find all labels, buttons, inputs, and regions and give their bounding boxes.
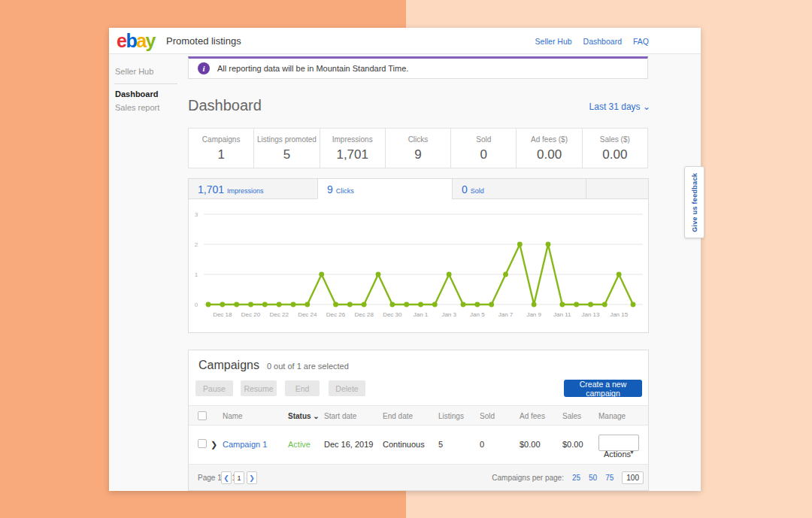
promoted-listings-window: ebay Promoted listings Seller HubDashboa… (109, 28, 701, 491)
data-point[interactable] (362, 302, 367, 307)
data-point[interactable] (602, 302, 607, 307)
chevron-down-icon: ⌄ (643, 101, 650, 112)
stat-label: Listings promoted (254, 135, 319, 144)
sidebar-item-sales-report[interactable]: Sales report (115, 103, 159, 112)
column-header-listings: Listings (438, 412, 464, 420)
date-range-dropdown[interactable]: Last 31 days ⌄ (589, 101, 650, 112)
select-all-checkbox[interactable] (198, 411, 207, 420)
data-point[interactable] (559, 302, 565, 307)
metric-tabs: 1,701Impressions9Clicks0Sold (188, 178, 649, 199)
x-axis-tick: Jan 9 (526, 311, 541, 318)
y-axis-tick: 3 (195, 211, 198, 218)
pause-button[interactable]: Pause (195, 380, 233, 396)
data-point[interactable] (404, 302, 409, 307)
x-axis-tick: Dec 22 (269, 311, 289, 318)
data-point[interactable] (418, 302, 423, 307)
data-point[interactable] (277, 302, 282, 307)
prev-page-button[interactable]: ❮ (221, 471, 232, 484)
data-point[interactable] (333, 302, 338, 307)
data-point[interactable] (546, 242, 551, 247)
app-title: Promoted listings (166, 35, 241, 47)
header-link-seller-hub[interactable]: Seller Hub (535, 37, 572, 46)
data-point[interactable] (304, 302, 310, 307)
dropdown-caret-icon: ▼ (629, 450, 635, 455)
tab-label: Sold (471, 187, 484, 195)
delete-button[interactable]: Delete (329, 380, 365, 396)
resume-button[interactable]: Resume (241, 380, 277, 396)
selection-count: 0 out of 1 are selected (267, 362, 349, 371)
data-point[interactable] (234, 302, 239, 307)
stat-label: Clicks (386, 135, 450, 144)
stat-value: 9 (386, 147, 450, 162)
per-page-option-100[interactable]: 100 (622, 471, 644, 484)
next-page-button[interactable]: ❯ (247, 471, 257, 484)
create-campaign-button[interactable]: Create a new campaign (564, 380, 642, 397)
data-point[interactable] (262, 302, 268, 307)
data-point[interactable] (248, 302, 253, 307)
actions-dropdown[interactable]: Actions ▼ (598, 435, 639, 451)
start-date-cell: Dec 16, 2019 (324, 440, 373, 449)
stat-sold: Sold0 (451, 129, 517, 168)
x-axis-tick: Jan 5 (470, 311, 485, 318)
data-point[interactable] (206, 302, 211, 307)
campaigns-header: Campaigns 0 out of 1 are selected (198, 359, 349, 372)
row-checkbox[interactable] (198, 439, 207, 448)
data-point[interactable] (489, 302, 494, 307)
data-point[interactable] (432, 302, 438, 307)
expand-row-icon[interactable]: ❯ (211, 440, 217, 450)
page-title: Dashboard (188, 97, 262, 114)
sidebar-item-dashboard[interactable]: Dashboard (115, 89, 158, 98)
tab-strip-filler (586, 178, 649, 199)
tab-impressions[interactable]: 1,701Impressions (188, 178, 317, 199)
end-button[interactable]: End (285, 380, 320, 396)
data-point[interactable] (319, 272, 324, 277)
column-header-status[interactable]: Status ⌄ (288, 412, 320, 420)
data-point[interactable] (588, 302, 593, 307)
data-point[interactable] (517, 242, 523, 247)
data-point[interactable] (291, 302, 296, 307)
feedback-label: Give us feedback (691, 173, 698, 232)
data-point[interactable] (376, 272, 381, 277)
stat-value: 5 (254, 147, 319, 162)
info-banner: i All reporting data will be in Mountain… (188, 56, 648, 79)
header-link-dashboard[interactable]: Dashboard (583, 37, 622, 46)
listings-cell: 5 (438, 440, 443, 449)
data-point[interactable] (447, 272, 452, 277)
campaign-name-link[interactable]: Campaign 1 (223, 440, 267, 449)
data-point[interactable] (503, 272, 508, 277)
x-axis-tick: Dec 28 (354, 311, 374, 318)
per-page-option-75[interactable]: 75 (605, 474, 614, 482)
stat-label: Sales ($) (583, 135, 647, 144)
summary-stats-row: Campaigns1Listings promoted5Impressions1… (188, 128, 648, 168)
ebay-logo[interactable]: ebay (117, 32, 155, 50)
end-date-cell: Continuous (383, 440, 425, 449)
tab-label: Impressions (227, 187, 264, 195)
data-point[interactable] (617, 272, 622, 277)
data-point[interactable] (631, 302, 636, 307)
data-point[interactable] (220, 302, 225, 307)
give-feedback-tab[interactable]: Give us feedback (684, 166, 704, 238)
data-point[interactable] (347, 302, 353, 307)
data-point[interactable] (461, 302, 466, 307)
data-point[interactable] (574, 302, 579, 307)
sidebar-item-seller-hub[interactable]: Seller Hub (115, 67, 153, 76)
current-page-button[interactable]: 1 (234, 471, 244, 484)
info-icon: i (198, 62, 210, 74)
x-axis-tick: Dec 26 (326, 311, 346, 318)
stat-label: Sold (451, 135, 516, 144)
per-page-selector: Campaigns per page: 255075100 (492, 465, 644, 491)
tab-sold[interactable]: 0Sold (452, 178, 586, 199)
per-page-option-50[interactable]: 50 (589, 474, 597, 482)
tab-clicks[interactable]: 9Clicks (317, 178, 452, 199)
per-page-option-25[interactable]: 25 (572, 474, 580, 482)
sold-cell: 0 (480, 440, 484, 449)
data-point[interactable] (389, 302, 395, 307)
data-point[interactable] (474, 302, 480, 307)
column-header-sales: Sales (562, 412, 581, 420)
tab-label: Clicks (336, 187, 354, 195)
y-axis-tick: 0 (195, 301, 198, 308)
header-link-faq[interactable]: FAQ (633, 37, 649, 46)
sidebar-divider (114, 83, 177, 84)
x-axis-tick: Jan 13 (581, 311, 600, 318)
data-point[interactable] (532, 302, 537, 307)
